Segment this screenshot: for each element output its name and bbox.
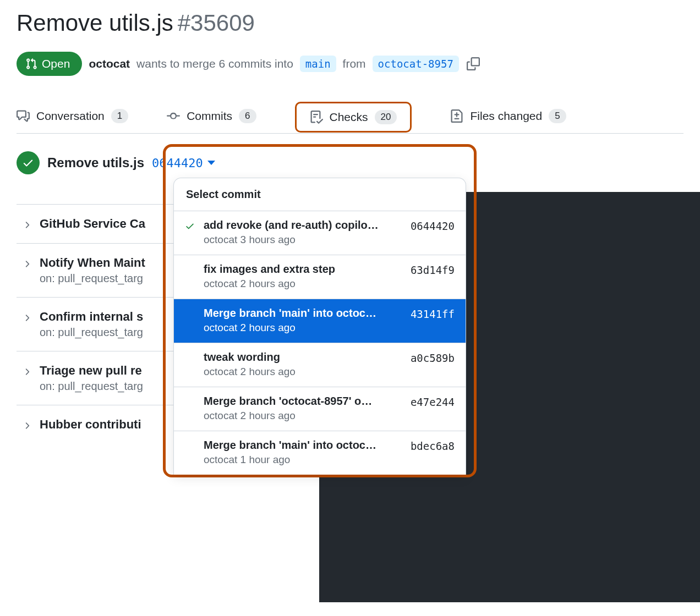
check-title: Hubber contributi [40, 417, 141, 432]
check-subtitle: on: pull_request_targ [40, 380, 143, 393]
commit-meta: octocat 3 hours ago [204, 234, 404, 246]
commit-meta: octocat 2 hours ago [204, 366, 404, 378]
checks-title: Remove utils.js [47, 155, 144, 170]
state-badge: Open [17, 52, 82, 76]
commit-selector-dropdown: Select commit add revoke (and re-auth) c… [173, 178, 466, 475]
pr-number: #35609 [178, 10, 255, 36]
copy-branch-button[interactable] [466, 56, 481, 72]
check-subtitle: on: pull_request_targ [40, 326, 143, 339]
tab-label: Commits [187, 109, 232, 123]
commit-sha: bdec6a8 [411, 439, 455, 452]
file-diff-icon [450, 109, 463, 123]
check-title: Triage new pull re [40, 364, 143, 378]
commit-sha: 0644420 [411, 219, 455, 232]
commit-message: Merge branch 'main' into octoc… [204, 439, 402, 452]
check-subtitle: on: pull_request_targ [40, 272, 145, 285]
chevron-right-icon [22, 421, 32, 431]
state-label: Open [42, 57, 70, 70]
tab-count: 6 [239, 109, 256, 123]
comment-discussion-icon [17, 109, 30, 123]
tab-label: Checks [330, 111, 368, 124]
commit-meta: octocat 1 hour ago [204, 454, 404, 466]
copy-icon [467, 57, 480, 70]
commit-message: Merge branch 'octocat-8957' o… [204, 395, 402, 408]
commit-sha: a0c589b [411, 351, 455, 364]
commit-check-column [185, 351, 197, 353]
tab-label: Files changed [470, 109, 542, 123]
commit-check-column [185, 219, 197, 231]
tab-count: 20 [375, 110, 397, 124]
commit-option[interactable]: tweak wording octocat 2 hours ago a0c589… [174, 343, 466, 387]
commit-option[interactable]: Merge branch 'main' into octoc… octocat … [174, 431, 466, 475]
tab-files[interactable]: Files changed 5 [450, 99, 566, 133]
commit-check-column [185, 439, 197, 441]
commit-message: tweak wording [204, 351, 402, 364]
commit-sha: e47e244 [411, 395, 455, 408]
pr-title: Remove utils.js #35609 [17, 0, 683, 36]
pr-meta-row: Open octocat wants to merge 6 commits in… [17, 52, 683, 76]
commit-message: Merge branch 'main' into octoc… [204, 307, 402, 320]
commit-sha: 43141ff [411, 307, 455, 320]
success-status-circle [17, 151, 40, 174]
commit-check-column [185, 307, 197, 309]
commit-option[interactable]: Merge branch 'octocat-8957' o… octocat 2… [174, 387, 466, 431]
chevron-right-icon [22, 313, 32, 323]
commit-message: add revoke (and re-auth) copilo… [204, 219, 402, 232]
tab-checks[interactable]: Checks 20 [295, 102, 412, 133]
commit-message: fix images and extra step [204, 263, 402, 276]
tab-count: 1 [111, 109, 128, 123]
commit-check-column [185, 395, 197, 397]
commit-option[interactable]: fix images and extra step octocat 2 hour… [174, 255, 466, 299]
base-branch[interactable]: main [300, 56, 336, 72]
chevron-right-icon [22, 259, 32, 269]
pr-title-text: Remove utils.js [17, 10, 173, 36]
commit-option[interactable]: add revoke (and re-auth) copilo… octocat… [174, 211, 466, 255]
commit-meta: octocat 2 hours ago [204, 410, 404, 422]
checklist-icon [310, 111, 323, 124]
chevron-right-icon [22, 367, 32, 377]
check-icon [22, 157, 34, 169]
dropdown-heading: Select commit [174, 178, 466, 211]
commit-meta: octocat 2 hours ago [204, 278, 404, 290]
check-title: Notify When Maint [40, 256, 145, 270]
head-branch[interactable]: octocat-8957 [373, 56, 459, 72]
check-title: Confirm internal s [40, 310, 143, 324]
pr-tabs: Conversation 1 Commits 6 Checks 20 Files… [17, 99, 683, 134]
commit-sha: 63d14f9 [411, 263, 455, 276]
pr-author[interactable]: octocat [89, 57, 130, 70]
tab-conversation[interactable]: Conversation 1 [17, 99, 128, 133]
check-icon [185, 221, 195, 231]
merge-text-b: from [343, 57, 366, 70]
check-title: GitHub Service Ca [40, 217, 145, 231]
chevron-right-icon [22, 220, 32, 230]
merge-text-a: wants to merge 6 commits into [136, 57, 293, 70]
git-commit-icon [167, 109, 180, 123]
git-pull-request-icon [25, 58, 37, 70]
tab-commits[interactable]: Commits 6 [167, 99, 256, 133]
commit-selector-highlight: Select commit add revoke (and re-auth) c… [163, 144, 477, 477]
tab-label: Conversation [36, 109, 105, 123]
commit-check-column [185, 263, 197, 265]
tab-count: 5 [549, 109, 566, 123]
commit-meta: octocat 2 hours ago [204, 322, 404, 334]
commit-option[interactable]: Merge branch 'main' into octoc… octocat … [174, 299, 466, 343]
